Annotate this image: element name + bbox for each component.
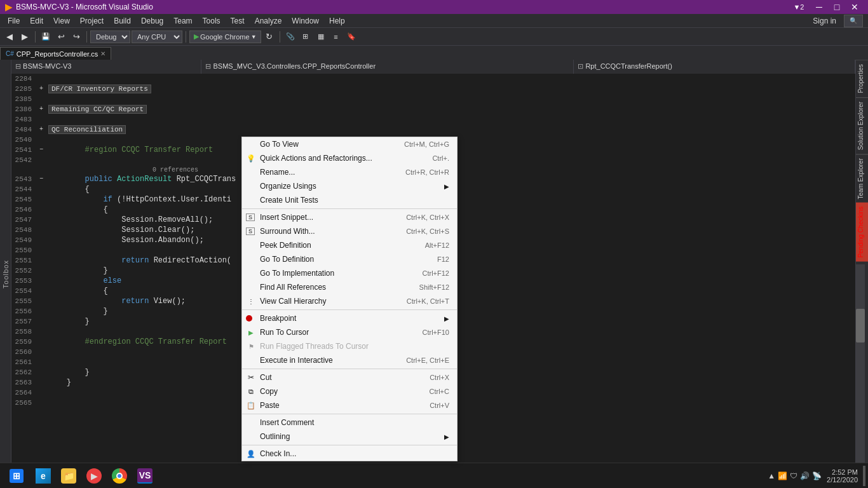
- ctx-go-to-implementation[interactable]: Go To Implementation Ctrl+F12: [242, 266, 457, 280]
- vert-scrollbar[interactable]: [856, 264, 865, 488]
- ctx-insert-comment[interactable]: Insert Comment: [242, 416, 457, 430]
- tb-refresh[interactable]: ↻: [262, 30, 276, 44]
- tb-more3[interactable]: ≡: [329, 30, 343, 44]
- run-chrome-button[interactable]: ▶ Google Chrome ▼: [189, 30, 261, 43]
- code-line-2385: 2385: [11, 94, 855, 104]
- vs-taskbar-button[interactable]: VS: [132, 464, 158, 487]
- tb-more4[interactable]: 🔖: [344, 30, 358, 44]
- ctx-run-to-cursor[interactable]: ▶ Run To Cursor Ctrl+F10: [242, 325, 457, 339]
- cut-label: Cut: [260, 373, 272, 382]
- ctx-breakpoint[interactable]: Breakpoint ▶: [242, 311, 457, 325]
- ctx-surround-with[interactable]: S Surround With... Ctrl+K, Ctrl+S: [242, 224, 457, 238]
- class-dropdown[interactable]: ⊟ BSMS_MVC_V3.Controllers.CPP_ReportsCon…: [201, 60, 574, 74]
- debug-config-dropdown[interactable]: Debug: [90, 30, 130, 43]
- search-box[interactable]: 🔍: [844, 15, 863, 27]
- ctx-insert-snippet[interactable]: S Insert Snippet... Ctrl+K, Ctrl+X: [242, 210, 457, 224]
- start-button[interactable]: ⊞: [3, 464, 31, 487]
- app-title: BSMS-MVC-V3 - Microsoft Visual Studio: [16, 3, 153, 11]
- file-tab-active[interactable]: C# CPP_ReportsController.cs ✕: [0, 47, 111, 60]
- menu-team[interactable]: Team: [168, 15, 197, 27]
- tb-more1[interactable]: ⊞: [299, 30, 313, 44]
- menu-debug[interactable]: Debug: [136, 15, 168, 27]
- close-button[interactable]: ✕: [846, 0, 863, 14]
- ctx-execute-interactive[interactable]: Execute in Interactive Ctrl+E, Ctrl+E: [242, 353, 457, 367]
- ctx-paste[interactable]: 📋 Paste Ctrl+V: [242, 398, 457, 412]
- ctx-view-call-hierarchy[interactable]: ⋮ View Call Hierarchy Ctrl+K, Ctrl+T: [242, 294, 457, 308]
- media-player-icon: ▶: [86, 468, 102, 484]
- menu-analyze[interactable]: Analyze: [250, 15, 287, 27]
- menu-test[interactable]: Test: [226, 15, 250, 27]
- solution-explorer-tab[interactable]: Solution Explorer: [856, 97, 868, 154]
- vert-scroll-thumb: [856, 309, 865, 342]
- menu-tools[interactable]: Tools: [198, 15, 226, 27]
- platform-dropdown[interactable]: Any CPU: [132, 30, 182, 43]
- tb-undo[interactable]: ↩: [54, 30, 68, 44]
- tb-more2[interactable]: ▦: [314, 30, 328, 44]
- ctx-copy[interactable]: ⧉ Copy Ctrl+C: [242, 384, 457, 398]
- right-panel-tabs: Properties Solution Explorer Team Explor…: [855, 60, 868, 488]
- ctx-outlining[interactable]: Outlining ▶: [242, 430, 457, 444]
- execute-interactive-shortcut: Ctrl+E, Ctrl+E: [393, 356, 449, 364]
- menu-window[interactable]: Window: [287, 15, 324, 27]
- ctx-go-to-view[interactable]: Go To View Ctrl+M, Ctrl+G: [242, 137, 457, 151]
- toolbox-label[interactable]: Toolbox: [2, 260, 10, 288]
- team-explorer-tab[interactable]: Team Explorer: [856, 154, 868, 203]
- run-to-cursor-shortcut: Ctrl+F10: [410, 329, 450, 336]
- pending-checkins-tab[interactable]: Pending Checkins: [856, 203, 868, 262]
- code-line-2484: 2484 + QC Reconciliation: [11, 125, 855, 135]
- ie-icon: e: [36, 468, 51, 484]
- tb-attach[interactable]: 📎: [283, 30, 297, 44]
- ctx-sep4: [242, 414, 457, 414]
- ctx-peek-definition[interactable]: Peek Definition Alt+F12: [242, 238, 457, 252]
- network-icon: ▼2: [790, 0, 807, 14]
- menu-edit[interactable]: Edit: [25, 15, 48, 27]
- minimize-button[interactable]: ─: [811, 0, 827, 14]
- tb-forward[interactable]: ▶: [18, 30, 32, 44]
- speaker-tray-icon: 🔊: [800, 471, 810, 480]
- sign-in-button[interactable]: Sign in: [805, 15, 844, 27]
- ie-button[interactable]: e: [31, 464, 56, 487]
- ctx-cut[interactable]: ✂ Cut Ctrl+X: [242, 370, 457, 384]
- media-player-button[interactable]: ▶: [81, 464, 107, 487]
- play-icon: ▶: [194, 32, 199, 41]
- chrome-taskbar-button[interactable]: [107, 464, 132, 487]
- ctx-quick-actions[interactable]: 💡 Quick Actions and Refactorings... Ctrl…: [242, 151, 457, 165]
- ctx-sep2: [242, 309, 457, 310]
- insert-snippet-label: Insert Snippet...: [260, 213, 313, 222]
- tb-redo[interactable]: ↪: [69, 30, 83, 44]
- file-explorer-button[interactable]: 📁: [56, 464, 81, 487]
- quick-actions-label: Quick Actions and Refactorings...: [260, 154, 372, 163]
- tb-back[interactable]: ◀: [3, 30, 17, 44]
- method-dropdown[interactable]: ⊡ Rpt_CCQCTransferReport(): [574, 60, 855, 74]
- class-nav-icon: ⊟: [205, 62, 211, 70]
- view-call-hierarchy-label: View Call Hierarchy: [260, 297, 326, 306]
- tab-close-button[interactable]: ✕: [100, 50, 105, 57]
- ctx-organize-usings[interactable]: Organize Usings ▶: [242, 179, 457, 193]
- menu-help[interactable]: Help: [324, 15, 350, 27]
- menu-view[interactable]: View: [48, 15, 75, 27]
- ctx-find-all-refs[interactable]: Find All References Shift+F12: [242, 280, 457, 294]
- menu-build[interactable]: Build: [109, 15, 136, 27]
- ctx-sep1: [242, 208, 457, 209]
- ctx-create-unit-tests[interactable]: Create Unit Tests: [242, 193, 457, 207]
- properties-tab[interactable]: Properties: [856, 60, 868, 97]
- tb-sep1: [35, 31, 36, 43]
- ctx-check-in[interactable]: 👤 Check In...: [242, 447, 457, 461]
- tb-sep3: [186, 31, 186, 43]
- menu-project[interactable]: Project: [75, 15, 109, 27]
- menu-file[interactable]: File: [3, 15, 25, 27]
- go-to-impl-shortcut: Ctrl+F12: [410, 269, 450, 277]
- ctx-rename[interactable]: Rename... Ctrl+R, Ctrl+R: [242, 165, 457, 179]
- project-dropdown[interactable]: ⊟ BSMS-MVC-V3: [11, 60, 201, 74]
- breakpoint-arrow-icon: ▶: [444, 315, 449, 322]
- class-nav-label: BSMS_MVC_V3.Controllers.CPP_ReportsContr…: [214, 62, 376, 70]
- code-line-2285: 2285 + DF/CR Inventory Reports: [11, 84, 855, 94]
- maximize-button[interactable]: □: [829, 0, 845, 14]
- clock[interactable]: 2:52 PM 2/12/2020: [827, 468, 858, 484]
- tb-save-all[interactable]: 💾: [39, 30, 53, 44]
- show-desktop-button[interactable]: [863, 466, 865, 486]
- dropdown-arrow-icon: ▼: [251, 34, 257, 40]
- ctx-sep3: [242, 369, 457, 369]
- run-flagged-threads-label: Run Flagged Threads To Cursor: [260, 342, 369, 351]
- ctx-go-to-definition[interactable]: Go To Definition F12: [242, 252, 457, 266]
